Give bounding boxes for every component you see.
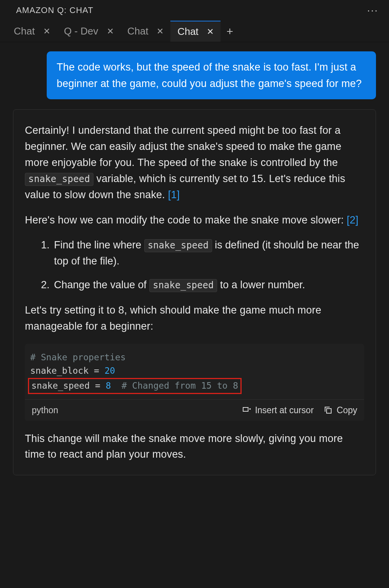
tab-chat-1[interactable]: Chat ✕ (7, 21, 57, 42)
close-icon[interactable]: ✕ (107, 26, 114, 36)
code-var: snake_block (30, 366, 88, 376)
code-actions: Insert at cursor Copy (242, 405, 357, 416)
panel-header: AMAZON Q: CHAT ··· (0, 0, 389, 21)
copy-button[interactable]: Copy (324, 405, 357, 416)
assistant-paragraph-1: Certainly! I understand that the current… (25, 123, 364, 203)
tab-label: Chat (14, 25, 35, 37)
copy-icon (324, 406, 333, 415)
assistant-message-card: Certainly! I understand that the current… (13, 109, 376, 475)
code-num: 8 (106, 381, 111, 391)
code-op: = (88, 366, 105, 376)
reference-link-2[interactable]: [2] (347, 214, 359, 226)
insert-cursor-icon (242, 406, 251, 415)
close-icon[interactable]: ✕ (43, 26, 50, 36)
step-item-2: Change the value of snake_speed to a low… (52, 277, 364, 293)
code-num: 20 (105, 366, 115, 376)
user-message-text: The code works, but the speed of the sna… (57, 61, 362, 89)
assistant-paragraph-3: Let's try setting it to 8, which should … (25, 302, 364, 335)
steps-list: Find the line where snake_speed is defin… (25, 237, 364, 293)
copy-label: Copy (337, 405, 357, 416)
step-text: Change the value of (54, 279, 149, 291)
close-icon[interactable]: ✕ (207, 27, 214, 37)
code-comment: # Changed from 15 to 8 (111, 381, 238, 391)
step-item-1: Find the line where snake_speed is defin… (52, 237, 364, 269)
inline-code: snake_speed (25, 173, 93, 186)
step-text: Find the line where (54, 239, 144, 251)
panel-title: AMAZON Q: CHAT (16, 5, 93, 15)
svg-rect-1 (327, 409, 331, 413)
code-footer: python Insert at cursor Copy (25, 399, 364, 421)
user-message-bubble: The code works, but the speed of the sna… (47, 51, 376, 99)
tab-label: Q - Dev (64, 25, 98, 37)
inline-code: snake_speed (149, 279, 217, 292)
close-icon[interactable]: ✕ (157, 26, 163, 36)
reference-link-1[interactable]: [1] (168, 189, 180, 200)
assistant-paragraph-4: This change will make the snake move mor… (25, 431, 364, 463)
tab-label: Chat (127, 25, 149, 37)
code-highlight-line: snake_speed = 8 # Changed from 15 to 8 (28, 378, 242, 394)
insert-at-cursor-button[interactable]: Insert at cursor (242, 405, 314, 416)
code-content: # Snake properties snake_block = 20 snak… (25, 344, 364, 399)
code-comment: # Snake properties (30, 352, 126, 362)
tab-strip: Chat ✕ Q - Dev ✕ Chat ✕ Chat ✕ + (0, 21, 389, 42)
tab-label: Chat (177, 26, 198, 38)
code-block: # Snake properties snake_block = 20 snak… (25, 344, 364, 421)
inline-code: snake_speed (144, 239, 212, 252)
chat-body: The code works, but the speed of the sna… (0, 42, 389, 475)
code-var: snake_speed (31, 381, 90, 391)
tab-chat-3[interactable]: Chat ✕ (121, 21, 171, 42)
tab-qdev[interactable]: Q - Dev ✕ (57, 21, 121, 42)
step-text: to a lower number. (217, 279, 305, 291)
code-op: = (90, 381, 106, 391)
new-tab-button[interactable]: + (221, 21, 239, 42)
tab-chat-active[interactable]: Chat ✕ (170, 21, 221, 42)
more-icon[interactable]: ··· (367, 8, 378, 12)
assistant-text: Certainly! I understand that the current… (25, 125, 342, 168)
code-language-label: python (32, 405, 58, 416)
assistant-text: Here's how we can modify the code to mak… (25, 214, 347, 226)
insert-label: Insert at cursor (255, 405, 314, 416)
svg-rect-0 (243, 407, 248, 411)
assistant-paragraph-2: Here's how we can modify the code to mak… (25, 212, 364, 228)
